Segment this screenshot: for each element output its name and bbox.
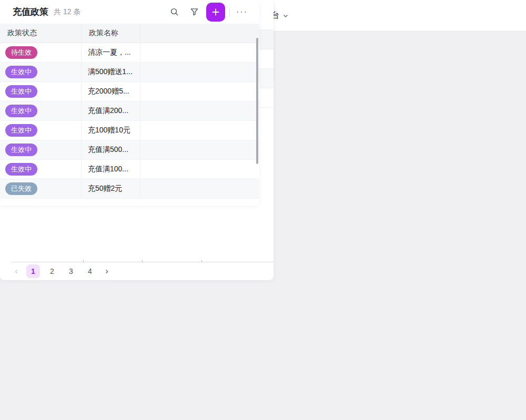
- filter-icon[interactable]: [186, 4, 202, 20]
- pagination: ‹ 1 2 3 4 ›: [0, 262, 274, 280]
- status-badge: 生效中: [5, 144, 37, 156]
- more-icon[interactable]: ···: [234, 6, 250, 18]
- status-badge: 生效中: [5, 163, 37, 176]
- status-badge: 已失效: [5, 182, 37, 195]
- toolbar-divider: [229, 8, 230, 16]
- policy-name-cell: 充2000赠5...: [82, 82, 140, 101]
- recharge-policy-card: 充值政策 共 12 条 ··· 政策状态 政策名称 待生效 清: [0, 0, 259, 206]
- policy-row-7[interactable]: 生效中 充值满100...: [0, 160, 259, 179]
- recharge-policy-toolbar: ···: [166, 3, 250, 22]
- policy-name-cell: 充值满200...: [82, 101, 140, 120]
- column-policy-status[interactable]: 政策状态: [0, 24, 82, 43]
- policy-row-8[interactable]: 已失效 充50赠2元: [0, 179, 259, 199]
- balance-hscrollbar[interactable]: [12, 262, 274, 262]
- pagination-page-1[interactable]: 1: [26, 264, 40, 278]
- column-policy-name[interactable]: 政策名称: [82, 24, 140, 43]
- policy-row-1[interactable]: 待生效 清凉一夏，...: [0, 43, 259, 63]
- policy-name-cell: 充值满100...: [82, 160, 140, 179]
- pagination-prev-icon[interactable]: ‹: [12, 267, 21, 276]
- chevron-down-icon[interactable]: [282, 13, 289, 19]
- policy-vscrollbar[interactable]: [256, 38, 258, 164]
- pagination-page-4[interactable]: 4: [83, 264, 97, 278]
- recharge-policy-count: 共 12 条: [54, 7, 80, 17]
- workbench-page: 客服工作台 快速添加 会员信息 充值记录: [0, 0, 526, 420]
- status-badge: 生效中: [5, 66, 37, 78]
- pagination-next-icon[interactable]: ›: [102, 267, 112, 276]
- policy-row-5[interactable]: 生效中 充100赠10元: [0, 121, 259, 140]
- policy-name-cell: 充值满500...: [82, 140, 140, 159]
- recharge-policy-header: 充值政策 共 12 条 ···: [0, 0, 259, 24]
- pagination-page-3[interactable]: 3: [64, 264, 78, 278]
- policy-row-2[interactable]: 生效中 满500赠送1...: [0, 63, 259, 82]
- policy-row-4[interactable]: 生效中 充值满200...: [0, 101, 259, 121]
- policy-name-cell: 清凉一夏，...: [82, 43, 140, 62]
- pagination-page-2[interactable]: 2: [45, 264, 59, 278]
- status-badge: 生效中: [5, 105, 37, 117]
- policy-table-header: 政策状态 政策名称: [0, 24, 259, 43]
- search-icon[interactable]: [166, 4, 182, 20]
- status-badge: 生效中: [5, 85, 37, 98]
- status-badge: 生效中: [5, 124, 37, 137]
- policy-name-cell: 充100赠10元: [82, 121, 140, 140]
- status-badge: 待生效: [5, 46, 37, 59]
- policy-row-6[interactable]: 生效中 充值满500...: [0, 140, 259, 160]
- policy-row-3[interactable]: 生效中 充2000赠5...: [0, 82, 259, 101]
- add-policy-button[interactable]: [206, 3, 225, 22]
- policy-name-cell: 满500赠送1...: [82, 63, 140, 81]
- recharge-policy-title: 充值政策: [13, 6, 48, 18]
- policy-name-cell: 充50赠2元: [82, 179, 140, 198]
